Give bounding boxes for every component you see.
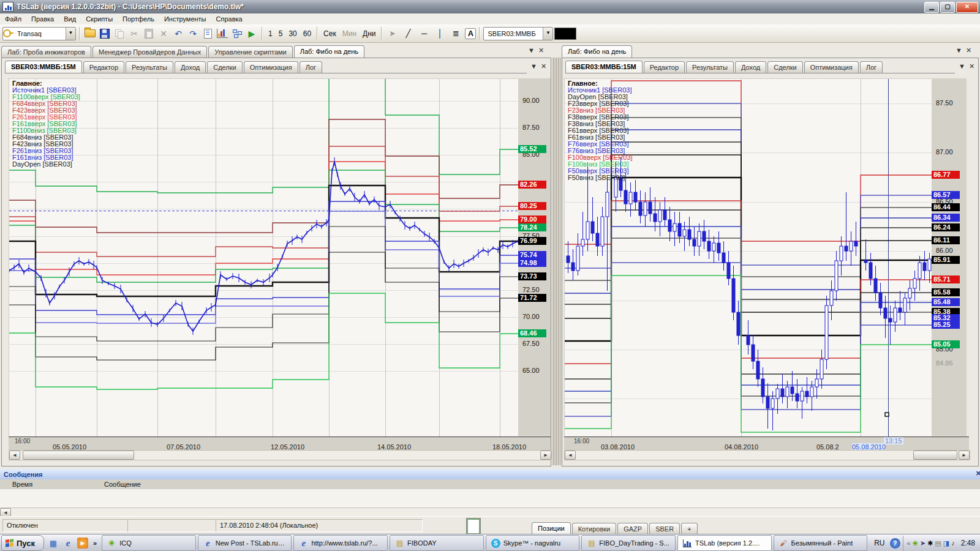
chart-tab-Доход[interactable]: Доход — [735, 61, 766, 73]
tab-list-icon[interactable]: ▼ — [530, 62, 537, 70]
help-icon[interactable]: ? — [890, 538, 900, 549]
taskbar-button-FIBODAY[interactable]: ▤FIBODAY — [390, 535, 484, 551]
taskbar-button-Безымянный - Paint[interactable]: 🖌Безымянный - Paint — [774, 535, 868, 551]
play-icon[interactable]: ▶ — [245, 27, 258, 40]
menu-item-Справка[interactable]: Справка — [211, 14, 247, 24]
messages-close-icon[interactable]: ✕ — [976, 470, 980, 478]
tab-close-icon[interactable]: ✕ — [966, 47, 971, 54]
taskbar-button-FIBO_DayTrading - S...[interactable]: ▤FIBO_DayTrading - S... — [581, 535, 676, 551]
messages-column-header[interactable]: ВремяСообщение — [0, 479, 980, 490]
timeframe-1[interactable]: 1 — [266, 29, 275, 39]
status-tab-GAZP[interactable]: GAZP — [617, 523, 648, 534]
menu-item-Скрипты[interactable]: Скрипты — [81, 14, 118, 24]
taskbar-button-http://www.tslab.ru/?...[interactable]: ehttp://www.tslab.ru/?... — [293, 535, 388, 551]
doc-tab-Менеджер Провайдеров Данных[interactable]: Менеджер Провайдеров Данных — [92, 46, 207, 58]
menu-item-Вид[interactable]: Вид — [59, 14, 81, 24]
tab-close-icon[interactable]: ✕ — [541, 62, 546, 70]
tray-icon-0[interactable]: « — [907, 540, 911, 547]
chart-tab-Оптимизация[interactable]: Оптимизация — [244, 61, 298, 73]
scroll-left-icon[interactable]: ◄ — [565, 451, 576, 460]
color-swatch[interactable] — [554, 28, 576, 40]
chart-tab-Лог[interactable]: Лог — [860, 61, 883, 73]
scroll-right-icon[interactable]: ► — [959, 451, 970, 460]
doc-tab-Лаб: Фибо на день[interactable]: Лаб: Фибо на день — [294, 45, 364, 58]
minimize-button[interactable]: ▁ — [924, 2, 939, 13]
tray-icon-3[interactable]: ✱ — [927, 540, 933, 547]
scroll-thumb[interactable] — [23, 451, 134, 460]
status-tab-SBER[interactable]: SBER — [649, 523, 680, 534]
tab-list-icon[interactable]: ▼ — [959, 62, 965, 70]
price-axis-right[interactable]: 87.5087.0086.5086.0085.0084.8686.7786.57… — [932, 78, 967, 436]
close-button[interactable]: ✕ — [956, 2, 978, 13]
tab-close-icon[interactable]: ✕ — [538, 47, 544, 54]
script-icon[interactable] — [201, 27, 214, 40]
save-icon[interactable] — [98, 27, 111, 40]
tray-icon-5[interactable]: ◨ — [943, 540, 949, 547]
timeframe-5[interactable]: 5 — [276, 29, 285, 39]
status-tab-Позиции[interactable]: Позиции — [532, 522, 571, 534]
text-tool-icon[interactable]: A — [465, 28, 476, 39]
scroll-right-icon[interactable]: ► — [540, 451, 551, 460]
tab-close-icon[interactable]: ✕ — [969, 62, 974, 70]
tab-list-icon[interactable]: ▼ — [956, 47, 962, 54]
line-tool-icon[interactable]: ╱ — [401, 27, 415, 40]
taskbar-button-New Post - TSLab.ru -...[interactable]: eNew Post - TSLab.ru -... — [198, 535, 292, 551]
tab-list-icon[interactable]: ▼ — [528, 47, 535, 54]
symbol-dropdown-icon[interactable]: ▼ — [543, 28, 552, 40]
maximize-button[interactable]: ▢ — [940, 2, 955, 13]
messages-list[interactable] — [0, 489, 980, 508]
messages-column-Сообщение[interactable]: Сообщение — [104, 481, 141, 488]
unit-Сек[interactable]: Сек — [321, 29, 339, 39]
language-indicator[interactable]: RU — [869, 539, 889, 547]
timeframe-30[interactable]: 30 — [286, 29, 299, 39]
quick-launch-overflow-icon[interactable]: » — [93, 539, 97, 547]
doc-tab-Управление скриптами[interactable]: Управление скриптами — [208, 46, 292, 58]
h-scrollbar-right[interactable]: ◄ ► — [564, 450, 970, 460]
media-player-icon[interactable]: ▶ — [77, 538, 88, 549]
tray-icon-1[interactable]: ❀ — [913, 540, 918, 547]
chart-tab-Редактор[interactable]: Редактор — [83, 61, 124, 73]
status-tab-+[interactable]: + — [681, 523, 697, 534]
panel-splitter[interactable] — [552, 58, 561, 465]
taskbar-button-ICQ[interactable]: ❀ICQ — [102, 535, 196, 551]
hline-tool-icon[interactable]: ─ — [417, 27, 431, 40]
scroll-left-icon[interactable]: ◄ — [9, 451, 20, 460]
chart-tab-Результаты[interactable]: Результаты — [126, 61, 173, 73]
unit-Дни[interactable]: Дни — [360, 29, 378, 39]
scroll-left-icon[interactable]: ◄ — [0, 508, 11, 517]
symbol-combo[interactable]: SBER03:ММВБ ▼ — [483, 27, 553, 40]
chart-icon[interactable] — [216, 27, 229, 40]
status-tab-Котировки[interactable]: Котировки — [572, 523, 617, 534]
chart-tab-Редактор[interactable]: Редактор — [644, 61, 685, 73]
nodes-icon[interactable] — [230, 27, 244, 40]
internet-explorer-icon[interactable]: e — [62, 538, 74, 549]
chart-tab-Сделки[interactable]: Сделки — [767, 61, 803, 73]
chart-tab-SBER03:ММВБ:15M[interactable]: SBER03:ММВБ:15M — [565, 61, 643, 73]
connector-dropdown-icon[interactable]: ▼ — [66, 28, 75, 40]
vline-tool-icon[interactable]: │ — [433, 27, 447, 40]
chart-tab-SBER03:ММВБ:15M[interactable]: SBER03:ММВБ:15M — [5, 61, 82, 73]
doc-tab-Лаб: Проба инжикаторов[interactable]: Лаб: Проба инжикаторов — [1, 46, 91, 58]
taskbar-button-TSLab (версия 1.2....[interactable]: TSLab (версия 1.2.... — [677, 535, 772, 551]
chart-plot-left[interactable] — [9, 78, 519, 437]
chart-tab-Оптимизация[interactable]: Оптимизация — [804, 61, 859, 73]
menu-item-Файл[interactable]: Файл — [0, 14, 26, 24]
open-folder-icon[interactable] — [83, 27, 97, 40]
doc-tab-Лаб: Фибо на день[interactable]: Лаб: Фибо на день — [562, 45, 632, 58]
chart-tab-Доход[interactable]: Доход — [175, 61, 206, 73]
chart-tab-Сделки[interactable]: Сделки — [207, 61, 243, 73]
price-axis-left[interactable]: 90.0087.5085.0077.5072.5070.0067.5065.00… — [518, 78, 551, 436]
chart-tab-Лог[interactable]: Лог — [300, 61, 322, 73]
redo-icon[interactable]: ↷ — [186, 27, 200, 40]
show-desktop-icon[interactable]: ▦ — [48, 538, 59, 549]
menu-item-Портфель[interactable]: Портфель — [118, 14, 159, 24]
menu-item-Правка[interactable]: Правка — [26, 14, 59, 24]
tray-icon-4[interactable]: ▤ — [935, 540, 941, 547]
tray-icon-6[interactable]: ♪ — [951, 540, 955, 547]
scroll-thumb[interactable] — [913, 451, 957, 460]
timeframe-60[interactable]: 60 — [301, 29, 314, 39]
messages-column-Время[interactable]: Время — [12, 481, 32, 488]
messages-header[interactable]: Сообщения ✕ — [0, 469, 980, 479]
tray-icon-2[interactable]: ➤ — [920, 540, 925, 547]
h-scrollbar-left[interactable]: ◄ ► — [9, 450, 552, 460]
